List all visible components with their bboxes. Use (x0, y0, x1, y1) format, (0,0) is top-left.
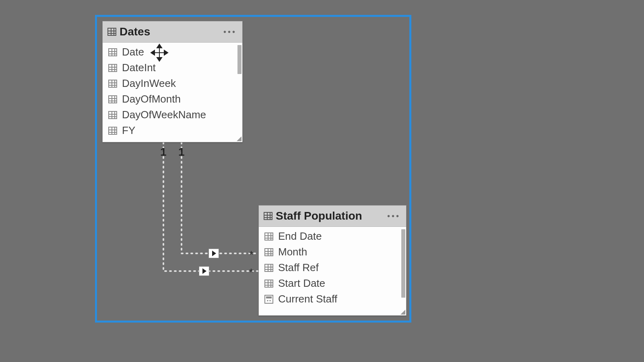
relationship-direction-icon[interactable] (208, 249, 219, 258)
field-label: DayInWeek (122, 77, 176, 90)
field-row-end-date[interactable]: End Date (259, 228, 406, 244)
field-label: Start Date (278, 277, 325, 290)
field-label: DayOfWeekName (122, 109, 206, 121)
relationship-direction-icon[interactable] (199, 266, 209, 276)
column-icon (108, 64, 117, 72)
field-label: Month (278, 246, 307, 258)
table-header[interactable]: Staff Population ••• (259, 206, 406, 227)
model-canvas[interactable]: 1 1 * * Dates ••• Date DateInt DayInWeek (0, 0, 644, 362)
cardinality-one: 1 (160, 146, 167, 158)
field-row-date[interactable]: Date (103, 44, 242, 60)
field-row-fy[interactable]: FY (103, 123, 242, 138)
column-icon (108, 111, 117, 119)
field-label: FY (122, 124, 135, 137)
table-header[interactable]: Dates ••• (103, 21, 242, 43)
cardinality-many: * (249, 249, 253, 261)
cardinality-many: * (249, 266, 253, 279)
field-row-current-staff[interactable]: Current Staff (259, 291, 406, 307)
column-icon (264, 280, 273, 288)
field-row-start-date[interactable]: Start Date (259, 276, 406, 291)
column-icon (108, 80, 117, 88)
measure-icon (264, 295, 273, 304)
column-icon (108, 95, 117, 103)
more-options-icon[interactable]: ••• (223, 27, 237, 37)
more-options-icon[interactable]: ••• (387, 212, 401, 221)
column-icon (264, 264, 273, 272)
table-card-staff-population[interactable]: Staff Population ••• End Date Month Staf… (258, 205, 407, 316)
field-row-month[interactable]: Month (259, 244, 406, 260)
field-list: Date DateInt DayInWeek DayOfMonth DayOfW… (103, 43, 242, 141)
table-title: Staff Population (276, 210, 387, 222)
resize-handle[interactable] (400, 309, 405, 315)
column-icon (264, 248, 273, 256)
cardinality-one: 1 (178, 146, 185, 158)
field-label: Current Staff (278, 293, 337, 305)
field-row-staff-ref[interactable]: Staff Ref (259, 260, 406, 276)
field-row-dayinweek[interactable]: DayInWeek (103, 76, 242, 91)
column-icon (108, 127, 117, 135)
field-label: DateInt (122, 62, 156, 74)
field-label: End Date (278, 230, 322, 243)
table-title: Dates (120, 25, 223, 38)
table-icon (264, 212, 272, 220)
table-icon (107, 28, 116, 36)
field-row-dayofmonth[interactable]: DayOfMonth (103, 91, 242, 107)
resize-handle[interactable] (236, 136, 242, 141)
field-label: Staff Ref (278, 261, 319, 274)
field-row-dateint[interactable]: DateInt (103, 60, 242, 76)
field-label: DayOfMonth (122, 93, 181, 105)
field-row-dayofweekname[interactable]: DayOfWeekName (103, 107, 242, 123)
scrollbar-thumb[interactable] (237, 45, 242, 74)
column-icon (108, 48, 117, 56)
table-card-dates[interactable]: Dates ••• Date DateInt DayInWeek DayOfMo… (102, 21, 243, 142)
scrollbar-thumb[interactable] (401, 229, 405, 298)
field-list: End Date Month Staff Ref Start Date Curr… (259, 227, 406, 314)
column-icon (264, 232, 273, 241)
field-label: Date (122, 46, 144, 58)
